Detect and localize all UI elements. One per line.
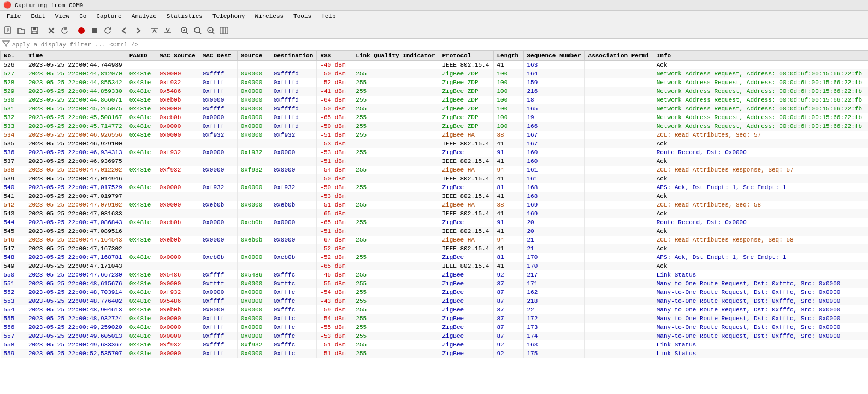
- svg-point-9: [78, 27, 85, 34]
- table-row[interactable]: 5592023-05-25 22:00:52,5357070x481e0x000…: [1, 349, 869, 358]
- resize-columns-btn[interactable]: [218, 25, 230, 37]
- scroll-top-btn[interactable]: [149, 25, 161, 37]
- svg-rect-23: [223, 27, 225, 34]
- menu-item-go[interactable]: Go: [75, 12, 91, 21]
- table-row[interactable]: 5482023-05-25 22:00:47,1687810x481e0x000…: [1, 253, 869, 262]
- open-file-btn[interactable]: [15, 25, 27, 37]
- col-header-lqi: Link Quality Indicator: [352, 51, 439, 61]
- svg-line-20: [212, 32, 214, 34]
- svg-point-17: [194, 27, 200, 33]
- col-header-proto: Protocol: [439, 51, 493, 61]
- table-row[interactable]: 5442023-05-25 22:00:47,0868430x481e0xeb0…: [1, 218, 869, 227]
- table-row[interactable]: 5512023-05-25 22:00:48,6156760x481e0x000…: [1, 279, 869, 288]
- table-header-row: No. Time PANID MAC Source MAC Dest Sourc…: [1, 51, 869, 61]
- menubar: FileEditViewGoCaptureAnalyzeStatisticsTe…: [0, 11, 868, 22]
- table-row[interactable]: 5432023-05-25 22:00:47,081633-65 dBmIEEE…: [1, 209, 869, 218]
- forward-btn[interactable]: [132, 25, 144, 37]
- start-capture-btn[interactable]: [75, 25, 87, 37]
- col-header-macdst: MAC Dest: [199, 51, 237, 61]
- table-row[interactable]: 5292023-05-25 22:00:44,8593300x481e0x548…: [1, 87, 869, 96]
- app-title: Capturing from COM9: [15, 2, 83, 9]
- menu-item-file[interactable]: File: [2, 12, 25, 21]
- close-capture-btn[interactable]: [45, 25, 57, 37]
- table-row[interactable]: 5272023-05-25 22:00:44,8120700x481e0x000…: [1, 69, 869, 78]
- app-icon: 🔴: [3, 1, 11, 9]
- packet-table-body: 5262023-05-25 22:00:44,744989-40 dBmIEEE…: [1, 61, 869, 358]
- table-row[interactable]: 5492023-05-25 22:00:47,171043-65 dBmIEEE…: [1, 262, 869, 270]
- menu-item-view[interactable]: View: [51, 12, 74, 21]
- col-header-len: Length: [493, 51, 523, 61]
- table-row[interactable]: 5412023-05-25 22:00:47,019797-53 dBmIEEE…: [1, 192, 869, 201]
- col-header-info: Info: [653, 51, 868, 61]
- table-row[interactable]: 5262023-05-25 22:00:44,744989-40 dBmIEEE…: [1, 61, 869, 69]
- svg-line-18: [199, 32, 201, 34]
- col-header-dst: Destination: [270, 51, 317, 61]
- table-row[interactable]: 5322023-05-25 22:00:45,5081670x481e0xeb0…: [1, 113, 869, 122]
- col-header-no: No.: [1, 51, 25, 61]
- zoom-reset-btn[interactable]: [192, 25, 204, 37]
- stop-capture-btn[interactable]: [88, 25, 101, 37]
- back-btn[interactable]: [119, 25, 131, 37]
- menu-item-capture[interactable]: Capture: [92, 12, 126, 21]
- table-row[interactable]: 5352023-05-25 22:00:46,929100-53 dBmIEEE…: [1, 139, 869, 148]
- table-row[interactable]: 5372023-05-25 22:00:46,936975-51 dBmIEEE…: [1, 157, 869, 166]
- packet-table: No. Time PANID MAC Source MAC Dest Sourc…: [0, 51, 868, 358]
- menu-item-telephony[interactable]: Telephony: [208, 12, 249, 21]
- table-row[interactable]: 5582023-05-25 22:00:49,6333670x481e0xf93…: [1, 340, 869, 349]
- titlebar: 🔴 Capturing from COM9: [0, 0, 868, 11]
- filter-input[interactable]: [12, 42, 866, 48]
- filter-icon: [2, 40, 10, 49]
- col-header-rss: RSS: [317, 51, 352, 61]
- table-row[interactable]: 5392023-05-25 22:00:47,014946-50 dBmIEEE…: [1, 174, 869, 183]
- col-header-panid: PANID: [126, 51, 156, 61]
- scroll-bottom-btn[interactable]: [162, 25, 174, 37]
- reload-btn[interactable]: [58, 25, 70, 37]
- col-header-assoc: Association Permi: [584, 51, 653, 61]
- table-row[interactable]: 5472023-05-25 22:00:47,167302-52 dBmIEEE…: [1, 244, 869, 253]
- menu-item-wireless[interactable]: Wireless: [250, 12, 288, 21]
- svg-rect-24: [226, 27, 228, 34]
- save-file-btn[interactable]: [28, 25, 40, 37]
- table-row[interactable]: 5332023-05-25 22:00:45,7147720x481e0x000…: [1, 122, 869, 131]
- col-header-src: Source: [237, 51, 270, 61]
- svg-rect-10: [92, 28, 97, 33]
- table-row[interactable]: 5532023-05-25 22:00:48,7764020x481e0x548…: [1, 297, 869, 305]
- svg-rect-5: [33, 27, 36, 30]
- menu-item-edit[interactable]: Edit: [26, 12, 49, 21]
- new-capture-btn[interactable]: [2, 25, 14, 37]
- table-row[interactable]: 5342023-05-25 22:00:46,9265560x481e0x000…: [1, 131, 869, 139]
- table-row[interactable]: 5572023-05-25 22:00:49,6050130x481e0x000…: [1, 332, 869, 340]
- table-row[interactable]: 5282023-05-25 22:00:44,8553420x481e0xf93…: [1, 78, 869, 87]
- col-header-seq: Sequence Number: [523, 51, 584, 61]
- svg-rect-22: [220, 27, 223, 34]
- menu-item-tools[interactable]: Tools: [289, 12, 316, 21]
- table-row[interactable]: 5522023-05-25 22:00:48,7039140x481e0xf93…: [1, 288, 869, 297]
- table-row[interactable]: 5312023-05-25 22:00:45,2650750x481e0x000…: [1, 104, 869, 113]
- col-header-macsrc: MAC Source: [156, 51, 199, 61]
- table-row[interactable]: 5302023-05-25 22:00:44,8660710x481e0xeb0…: [1, 96, 869, 104]
- zoom-out-btn[interactable]: [205, 25, 217, 37]
- svg-line-14: [186, 32, 188, 34]
- table-row[interactable]: 5502023-05-25 22:00:47,6672300x481e0x548…: [1, 270, 869, 279]
- col-header-time: Time: [25, 51, 126, 61]
- zoom-in-btn[interactable]: [179, 25, 191, 37]
- restart-capture-btn[interactable]: [102, 25, 114, 37]
- menu-item-statistics[interactable]: Statistics: [162, 12, 207, 21]
- table-row[interactable]: 5402023-05-25 22:00:47,0175290x481e0x000…: [1, 183, 869, 192]
- table-row[interactable]: 5552023-05-25 22:00:48,9327240x481e0x000…: [1, 314, 869, 323]
- table-row[interactable]: 5362023-05-25 22:00:46,9343130x481e0xf93…: [1, 148, 869, 157]
- table-row[interactable]: 5452023-05-25 22:00:47,089516-51 dBmIEEE…: [1, 227, 869, 236]
- table-row[interactable]: 5562023-05-25 22:00:49,2590200x481e0x000…: [1, 323, 869, 332]
- table-row[interactable]: 5542023-05-25 22:00:48,9046130x481e0xeb0…: [1, 305, 869, 314]
- table-row[interactable]: 5382023-05-25 22:00:47,0122020x481e0xf93…: [1, 166, 869, 174]
- table-row[interactable]: 5462023-05-25 22:00:47,1645430x481e0xeb0…: [1, 236, 869, 244]
- filter-bar: [0, 39, 868, 51]
- menu-item-analyze[interactable]: Analyze: [127, 12, 161, 21]
- table-row[interactable]: 5422023-05-25 22:00:47,0791020x481e0x000…: [1, 201, 869, 209]
- toolbar: [0, 22, 868, 39]
- packet-table-container[interactable]: No. Time PANID MAC Source MAC Dest Sourc…: [0, 51, 868, 394]
- menu-item-help[interactable]: Help: [317, 12, 340, 21]
